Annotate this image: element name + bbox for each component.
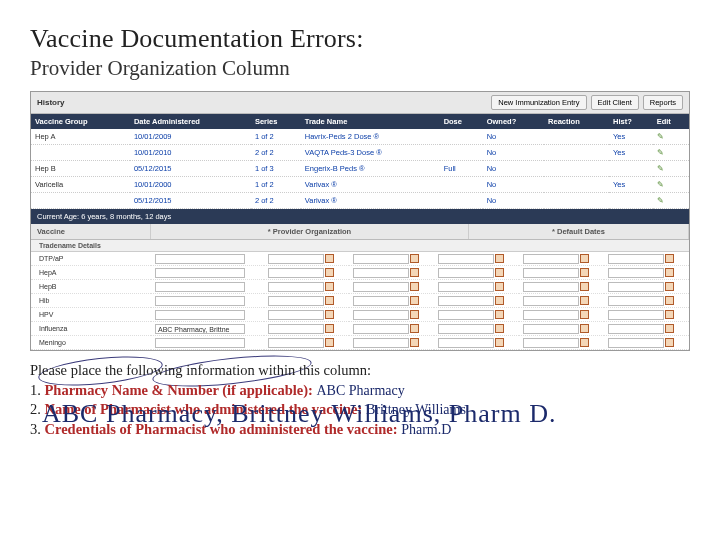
edit-icon[interactable]: ✎ (657, 196, 664, 205)
date-input[interactable] (353, 296, 409, 306)
date-input[interactable] (523, 338, 579, 348)
calendar-icon[interactable] (580, 324, 589, 333)
calendar-icon[interactable] (325, 268, 334, 277)
date-input[interactable] (608, 338, 664, 348)
date-input[interactable] (438, 254, 494, 264)
edit-client-button[interactable]: Edit Client (591, 95, 639, 110)
date-input[interactable] (438, 310, 494, 320)
edit-icon[interactable]: ✎ (657, 180, 664, 189)
date-input[interactable] (353, 310, 409, 320)
date-input[interactable] (523, 310, 579, 320)
history-row: 10/01/20102 of 2VAQTA Peds-3 Dose ®NoYes… (31, 145, 689, 161)
item1-label: Pharmacy Name & Number (if applicable): (45, 382, 313, 398)
provider-org-input[interactable]: ABC Pharmacy, Brittne (155, 324, 245, 334)
date-input[interactable] (438, 324, 494, 334)
calendar-icon[interactable] (325, 324, 334, 333)
date-input[interactable] (353, 324, 409, 334)
date-input[interactable] (608, 282, 664, 292)
calendar-icon[interactable] (665, 324, 674, 333)
calendar-icon[interactable] (410, 338, 419, 347)
calendar-icon[interactable] (410, 310, 419, 319)
calendar-icon[interactable] (495, 268, 504, 277)
entry-section-header: Vaccine * Provider Organization * Defaul… (31, 224, 689, 240)
calendar-icon[interactable] (665, 282, 674, 291)
col-owned: Owned? (483, 114, 544, 129)
calendar-icon[interactable] (325, 296, 334, 305)
calendar-icon[interactable] (325, 254, 334, 263)
calendar-icon[interactable] (495, 324, 504, 333)
date-input[interactable] (438, 268, 494, 278)
calendar-icon[interactable] (325, 282, 334, 291)
calendar-icon[interactable] (580, 338, 589, 347)
date-input[interactable] (608, 324, 664, 334)
vaccine-name: HepA (31, 266, 151, 280)
date-input[interactable] (523, 254, 579, 264)
date-input[interactable] (268, 338, 324, 348)
entry-row: HepA (31, 266, 689, 280)
date-input[interactable] (608, 268, 664, 278)
calendar-icon[interactable] (580, 310, 589, 319)
calendar-icon[interactable] (665, 338, 674, 347)
date-input[interactable] (353, 254, 409, 264)
calendar-icon[interactable] (410, 324, 419, 333)
date-input[interactable] (268, 268, 324, 278)
calendar-icon[interactable] (580, 296, 589, 305)
date-input[interactable] (523, 282, 579, 292)
col-date: Date Administered (130, 114, 251, 129)
provider-org-input[interactable] (155, 282, 245, 292)
instruction-intro: Please place the following information w… (30, 361, 690, 381)
calendar-icon[interactable] (665, 296, 674, 305)
provider-org-input[interactable] (155, 268, 245, 278)
calendar-icon[interactable] (580, 254, 589, 263)
date-input[interactable] (438, 338, 494, 348)
date-input[interactable] (353, 282, 409, 292)
instruction-item-1: 1. Pharmacy Name & Number (if applicable… (30, 381, 690, 401)
date-input[interactable] (268, 310, 324, 320)
date-input[interactable] (608, 310, 664, 320)
edit-icon[interactable]: ✎ (657, 132, 664, 141)
calendar-icon[interactable] (580, 268, 589, 277)
date-input[interactable] (523, 268, 579, 278)
vaccine-name: Meningo (31, 336, 151, 350)
entry-row: HPV (31, 308, 689, 322)
date-input[interactable] (268, 324, 324, 334)
edit-icon[interactable]: ✎ (657, 164, 664, 173)
date-input[interactable] (438, 282, 494, 292)
calendar-icon[interactable] (495, 338, 504, 347)
provider-org-input[interactable] (155, 296, 245, 306)
date-input[interactable] (268, 282, 324, 292)
calendar-icon[interactable] (665, 254, 674, 263)
calendar-icon[interactable] (410, 282, 419, 291)
date-input[interactable] (523, 296, 579, 306)
provider-org-input[interactable] (155, 310, 245, 320)
date-input[interactable] (523, 324, 579, 334)
col-series: Series (251, 114, 301, 129)
calendar-icon[interactable] (325, 310, 334, 319)
vaccine-name: HPV (31, 308, 151, 322)
calendar-icon[interactable] (665, 268, 674, 277)
provider-org-input[interactable] (155, 338, 245, 348)
calendar-icon[interactable] (325, 338, 334, 347)
new-immunization-button[interactable]: New Immunization Entry (491, 95, 586, 110)
date-input[interactable] (268, 296, 324, 306)
date-input[interactable] (268, 254, 324, 264)
reports-button[interactable]: Reports (643, 95, 683, 110)
date-input[interactable] (438, 296, 494, 306)
calendar-icon[interactable] (410, 296, 419, 305)
calendar-icon[interactable] (410, 268, 419, 277)
calendar-icon[interactable] (580, 282, 589, 291)
calendar-icon[interactable] (495, 254, 504, 263)
calendar-icon[interactable] (495, 282, 504, 291)
calendar-icon[interactable] (410, 254, 419, 263)
history-row: Varicella10/01/20001 of 2Varivax ®NoYes✎ (31, 177, 689, 193)
provider-org-input[interactable] (155, 254, 245, 264)
date-input[interactable] (608, 254, 664, 264)
date-input[interactable] (608, 296, 664, 306)
calendar-icon[interactable] (495, 310, 504, 319)
calendar-icon[interactable] (665, 310, 674, 319)
header-vaccine: Vaccine (31, 224, 151, 239)
date-input[interactable] (353, 338, 409, 348)
date-input[interactable] (353, 268, 409, 278)
calendar-icon[interactable] (495, 296, 504, 305)
edit-icon[interactable]: ✎ (657, 148, 664, 157)
